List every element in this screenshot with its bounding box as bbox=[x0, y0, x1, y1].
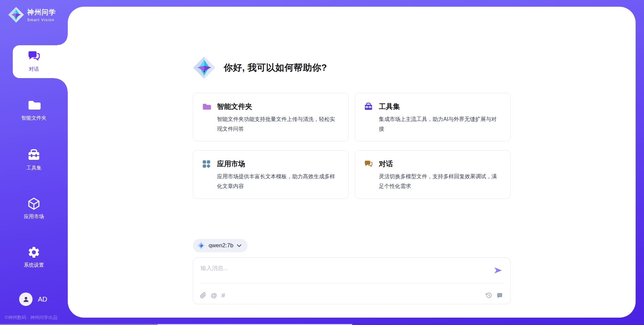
greeting-title: 你好, 我可以如何帮助你? bbox=[224, 62, 327, 74]
gem-logo-icon bbox=[8, 7, 24, 23]
user-avatar-icon bbox=[22, 296, 30, 303]
sidebar-item-label: 应用市场 bbox=[24, 213, 44, 220]
greeting: 你好, 我可以如何帮助你? bbox=[193, 56, 327, 79]
sidebar-item-settings[interactable]: 系统设置 bbox=[0, 246, 68, 268]
brand: 神州问学 Smart Vision bbox=[8, 7, 56, 23]
sidebar-item-toolset[interactable]: 工具集 bbox=[0, 148, 68, 171]
active-tab-fillet-top bbox=[58, 35, 68, 45]
gear-icon bbox=[27, 246, 41, 259]
card-title: 工具集 bbox=[379, 102, 502, 111]
folder-icon bbox=[202, 102, 211, 111]
sidebar-item-label: 工具集 bbox=[26, 165, 42, 171]
composer-toolbar: @ # bbox=[200, 292, 503, 299]
history-icon[interactable] bbox=[486, 292, 492, 299]
sidebar-item-chat[interactable]: 对话 bbox=[0, 50, 68, 72]
paperclip-icon[interactable] bbox=[200, 292, 206, 299]
message-composer: @ # bbox=[193, 257, 511, 304]
toolbox-icon bbox=[27, 148, 41, 162]
sidebar-item-label: 对话 bbox=[29, 66, 39, 72]
chat-bubbles-icon bbox=[364, 159, 373, 169]
chat-icon bbox=[27, 50, 41, 63]
model-selector[interactable]: qwen2:7b bbox=[193, 239, 248, 252]
brand-subtitle: Smart Vision bbox=[27, 18, 56, 22]
card-toolset[interactable]: 工具集 集成市场上主流工具，助力AI与外界无缝扩展与对接 bbox=[355, 93, 511, 141]
toolbox-icon bbox=[364, 102, 373, 111]
card-description: 应用市场提供丰富长文本模板，助力高效生成多样化文章内容 bbox=[217, 172, 340, 191]
card-title: 应用市场 bbox=[217, 159, 340, 169]
card-description: 灵活切换多模型文件，支持多样回复效果调试，满足个性化需求 bbox=[379, 172, 502, 191]
comment-icon[interactable] bbox=[496, 292, 503, 299]
sidebar-item-smart-folder[interactable]: 智能文件夹 bbox=[0, 99, 68, 121]
gem-logo-icon bbox=[193, 56, 216, 79]
chevron-down-icon bbox=[237, 244, 241, 247]
composer-divider bbox=[200, 283, 503, 283]
folder-icon bbox=[27, 99, 41, 112]
feature-cards: 智能文件夹 智能文件夹功能支持批量文件上传与清洗，轻松实现文件问答 工具集 集成… bbox=[193, 93, 511, 199]
brand-name: 神州问学 bbox=[27, 8, 56, 17]
active-tab-fillet-bottom bbox=[54, 78, 68, 91]
grid-icon bbox=[202, 159, 211, 169]
main-panel: 你好, 我可以如何帮助你? 智能文件夹 智能文件夹功能支持批量文件上传与清洗，轻… bbox=[68, 7, 636, 318]
user-account[interactable]: AD bbox=[19, 292, 47, 306]
hash-icon[interactable]: # bbox=[221, 292, 225, 299]
gem-logo-icon bbox=[197, 242, 205, 250]
card-title: 对话 bbox=[379, 159, 502, 169]
mention-icon[interactable]: @ bbox=[211, 292, 217, 299]
user-name: AD bbox=[38, 296, 47, 303]
card-description: 集成市场上主流工具，助力AI与外界无缝扩展与对接 bbox=[379, 114, 502, 134]
send-icon[interactable] bbox=[493, 266, 503, 275]
model-name: qwen2:7b bbox=[209, 242, 233, 249]
card-smart-folder[interactable]: 智能文件夹 智能文件夹功能支持批量文件上传与清洗，轻松实现文件问答 bbox=[193, 93, 349, 141]
card-app-market[interactable]: 应用市场 应用市场提供丰富长文本模板，助力高效生成多样化文章内容 bbox=[193, 150, 349, 199]
cube-icon bbox=[27, 197, 41, 210]
avatar bbox=[19, 292, 33, 306]
sidebar: 神州问学 Smart Vision 对话 智能文件夹 工具集 应用市场 系统设置… bbox=[0, 0, 68, 325]
card-chat[interactable]: 对话 灵活切换多模型文件，支持多样回复效果调试，满足个性化需求 bbox=[355, 150, 511, 199]
sidebar-item-label: 智能文件夹 bbox=[21, 115, 47, 121]
sidebar-footer-text: ©神州数码 · 神州问学出品 bbox=[5, 315, 57, 321]
sidebar-item-app-market[interactable]: 应用市场 bbox=[0, 197, 68, 220]
card-description: 智能文件夹功能支持批量文件上传与清洗，轻松实现文件问答 bbox=[217, 114, 340, 134]
sidebar-item-label: 系统设置 bbox=[24, 262, 44, 268]
card-title: 智能文件夹 bbox=[217, 102, 340, 111]
